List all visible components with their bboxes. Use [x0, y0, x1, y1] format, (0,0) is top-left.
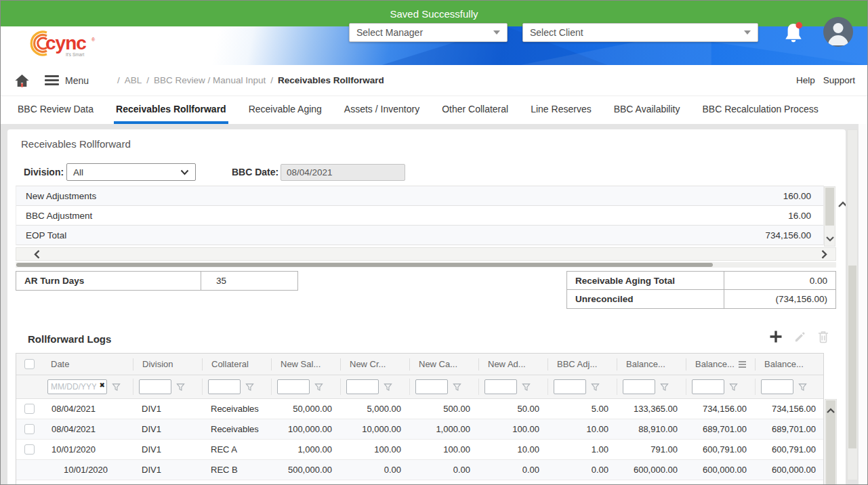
summary-row-eop-total[interactable]: EOP Total 734,156.00	[16, 226, 823, 245]
column-header-collateral[interactable]: Collateral	[202, 358, 271, 371]
column-header-new-credits[interactable]: New Cr...	[340, 358, 409, 371]
menu-button[interactable]: Menu	[45, 75, 89, 86]
column-header-balance-3[interactable]: Balance...	[755, 358, 824, 371]
column-header-balance-2[interactable]: Balance...	[686, 358, 755, 371]
delete-log-button[interactable]	[817, 330, 829, 343]
support-link[interactable]: Support	[823, 75, 855, 85]
scroll-right-button[interactable]	[821, 250, 827, 259]
filter-input[interactable]	[277, 379, 310, 394]
filter-funnel-icon[interactable]	[453, 383, 461, 392]
cell-balance-1: 791.00	[617, 444, 686, 455]
tab-bbc-review-data[interactable]: BBC Review Data	[16, 96, 96, 124]
edit-log-button[interactable]	[793, 331, 806, 343]
unreconciled-label: Unreconciled	[567, 290, 724, 308]
summary-row-bbc-adjustment[interactable]: BBC Adjustment 16.00	[16, 206, 823, 226]
column-header-new-cash[interactable]: New Ca...	[409, 358, 478, 371]
filter-input[interactable]	[484, 379, 517, 394]
filter-funnel-icon[interactable]	[729, 383, 738, 392]
column-header-date[interactable]: Date	[42, 358, 133, 371]
notifications-button[interactable]	[783, 21, 804, 48]
summary-grid-vertical-scrollbar[interactable]	[824, 186, 835, 247]
column-header-balance-1[interactable]: Balance...	[617, 358, 686, 371]
scroll-up-button[interactable]	[838, 198, 846, 210]
tab-line-reserves[interactable]: Line Reserves	[529, 96, 594, 124]
filter-input[interactable]	[346, 379, 379, 394]
user-avatar[interactable]	[823, 17, 853, 49]
tab-receivables-rollforward[interactable]: Receivables Rollforward	[114, 96, 228, 124]
breadcrumb-separator: /	[146, 75, 149, 85]
division-select-value: All	[73, 167, 83, 177]
filter-funnel-icon[interactable]	[522, 383, 531, 392]
clear-filter-icon[interactable]: ✖	[100, 382, 105, 389]
logo-tagline: It's Smart	[66, 52, 84, 57]
tab-other-collateral[interactable]: Other Collateral	[440, 96, 510, 124]
chevron-up-icon	[827, 408, 835, 413]
column-header-new-sales[interactable]: New Sal...	[271, 358, 340, 371]
cell-balance-3: 600,000.00	[755, 465, 824, 475]
summary-horizontal-scrollbar[interactable]	[16, 262, 836, 268]
help-link[interactable]: Help	[796, 75, 815, 85]
logs-vertical-scrollbar[interactable]	[825, 399, 837, 485]
horizontal-scrollbar-thumb[interactable]	[16, 263, 713, 267]
cync-logo[interactable]: cync ® It's Smart	[21, 26, 102, 63]
cell-new-credits: 10,000.00	[340, 424, 409, 434]
filter-cell-new-adjustments	[478, 379, 547, 395]
bell-icon	[783, 21, 804, 45]
logo-registered-mark: ®	[91, 37, 96, 42]
column-header-division[interactable]: Division	[133, 358, 202, 371]
breadcrumb-item-bbc-review-manual-input[interactable]: BBC Review / Manual Input	[154, 75, 266, 85]
filter-cell-balance-2	[686, 379, 755, 395]
tab-bbc-availability[interactable]: BBC Availability	[612, 96, 682, 124]
select-all-checkbox[interactable]	[24, 359, 35, 369]
filter-funnel-icon[interactable]	[591, 383, 600, 392]
summary-scrollbar-thumb[interactable]	[825, 188, 834, 226]
breadcrumb-item-abl[interactable]: ABL	[125, 75, 142, 85]
summary-row-new-adjustments[interactable]: New Adjustments 160.00	[16, 186, 823, 206]
filter-funnel-icon[interactable]	[384, 383, 392, 392]
filter-input[interactable]	[623, 379, 655, 394]
filter-funnel-icon[interactable]	[798, 383, 807, 392]
log-row-2[interactable]: 08/04/2021 DIV1 Receivables 100,000.00 1…	[16, 419, 823, 440]
filter-input[interactable]	[761, 379, 793, 394]
filter-input[interactable]	[415, 379, 448, 394]
cell-division: DIV1	[133, 465, 202, 475]
log-row-4[interactable]: 10/01/2020 DIV1 REC B 500,000.00 0.00 0.…	[16, 460, 823, 480]
filter-input[interactable]	[208, 379, 241, 394]
column-menu-icon[interactable]	[739, 361, 746, 368]
bbc-date-input[interactable]	[281, 164, 405, 181]
scroll-left-button[interactable]	[34, 250, 40, 259]
manager-select[interactable]: Select Manager	[349, 23, 508, 42]
scroll-down-button[interactable]	[825, 232, 835, 245]
filter-funnel-icon[interactable]	[176, 383, 185, 392]
client-select[interactable]: Select Client	[522, 23, 758, 42]
log-row-1[interactable]: 08/04/2021 DIV1 Receivables 50,000.00 5,…	[16, 399, 823, 419]
page-scrollbar-thumb[interactable]	[848, 266, 856, 448]
filter-input[interactable]	[692, 379, 724, 394]
column-header-new-adjustments[interactable]: New Ad...	[478, 358, 547, 371]
tab-receivable-aging[interactable]: Receivable Aging	[247, 96, 324, 124]
tab-bbc-recalculation-process[interactable]: BBC Recalculation Process	[700, 96, 820, 124]
rollforward-logs-title: Rollforward Logs	[28, 333, 111, 345]
division-select[interactable]: All	[66, 163, 196, 181]
filter-input[interactable]	[139, 379, 171, 394]
cell-new-cash: 1,000.00	[409, 424, 478, 434]
home-button[interactable]	[14, 73, 30, 88]
filter-funnel-icon[interactable]	[314, 383, 323, 392]
filter-funnel-icon[interactable]	[245, 383, 254, 392]
page-vertical-scrollbar[interactable]	[847, 129, 858, 480]
table-row: AR Turn Days 35	[16, 272, 297, 290]
row-checkbox[interactable]	[24, 404, 35, 414]
row-checkbox[interactable]	[24, 424, 35, 434]
add-log-button[interactable]	[769, 330, 783, 343]
filter-funnel-icon[interactable]	[660, 383, 669, 392]
breadcrumb-bar: Menu / ABL / BBC Review / Manual Input /…	[1, 65, 867, 96]
filter-funnel-icon[interactable]	[112, 383, 121, 392]
tab-assets-inventory[interactable]: Assets / Inventory	[342, 96, 421, 124]
column-header-bbc-adjustment[interactable]: BBC Adj...	[547, 358, 617, 371]
cell-division: DIV1	[133, 404, 202, 414]
log-row-3[interactable]: 10/01/2020 DIV1 REC A 1,000.00 100.00 10…	[16, 440, 823, 460]
date-filter-input[interactable]	[47, 379, 107, 394]
scroll-up-button[interactable]	[825, 404, 836, 416]
row-checkbox[interactable]	[24, 444, 35, 455]
filter-input[interactable]	[554, 379, 586, 394]
